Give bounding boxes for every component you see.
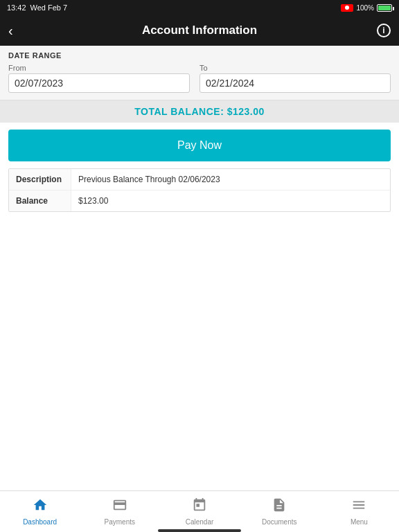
menu-icon xyxy=(351,497,366,516)
from-date-field: From 02/07/2023 xyxy=(8,64,200,93)
back-button[interactable]: ‹ xyxy=(8,23,29,39)
date-range-label: DATE RANGE xyxy=(8,51,391,60)
nav-label-documents: Documents xyxy=(262,518,297,526)
pay-now-button[interactable]: Pay Now xyxy=(8,130,391,161)
nav-item-documents[interactable]: Documents xyxy=(240,494,319,529)
home-indicator xyxy=(158,529,241,532)
description-key: Description xyxy=(9,169,71,190)
date-range-section: DATE RANGE From 02/07/2023 To 02/21/2024 xyxy=(0,46,399,100)
page-title: Account Information xyxy=(29,24,370,37)
total-balance-text: TOTAL BALANCE: $123.00 xyxy=(134,106,265,117)
nav-label-dashboard: Dashboard xyxy=(23,518,57,526)
table-row: Balance $123.00 xyxy=(9,190,390,211)
from-label: From xyxy=(8,64,200,72)
info-button[interactable]: i xyxy=(370,24,391,37)
total-balance-bar: TOTAL BALANCE: $123.00 xyxy=(0,100,399,123)
status-bar: 13:42 Wed Feb 7 100% xyxy=(0,0,399,15)
table-row: Description Previous Balance Through 02/… xyxy=(9,169,390,190)
to-label: To xyxy=(200,64,391,72)
date-display: Wed Feb 7 xyxy=(30,3,68,12)
dashboard-icon xyxy=(33,497,48,516)
date-row: From 02/07/2023 To 02/21/2024 xyxy=(8,64,391,93)
nav-item-calendar[interactable]: Calendar xyxy=(159,494,239,529)
calendar-icon xyxy=(192,497,207,516)
documents-icon xyxy=(272,497,287,516)
time-display: 13:42 xyxy=(7,3,26,12)
nav-label-menu: Menu xyxy=(351,518,368,526)
description-value: Previous Balance Through 02/06/2023 xyxy=(71,169,390,190)
account-details-table: Description Previous Balance Through 02/… xyxy=(8,168,391,212)
nav-item-payments[interactable]: Payments xyxy=(80,494,159,529)
record-indicator xyxy=(341,4,353,12)
info-icon: i xyxy=(377,24,391,37)
balance-value: $123.00 xyxy=(71,190,390,211)
battery-icon xyxy=(377,4,392,12)
from-date-value[interactable]: 02/07/2023 xyxy=(8,73,190,93)
nav-label-payments: Payments xyxy=(105,518,135,526)
payments-icon xyxy=(112,497,127,516)
nav-label-calendar: Calendar xyxy=(186,518,214,526)
to-date-value[interactable]: 02/21/2024 xyxy=(200,73,391,93)
to-date-field: To 02/21/2024 xyxy=(200,64,391,93)
balance-key: Balance xyxy=(9,190,71,211)
battery-percent: 100% xyxy=(356,4,374,12)
nav-item-menu[interactable]: Menu xyxy=(319,494,399,529)
header: ‹ Account Information i xyxy=(0,15,399,46)
nav-item-dashboard[interactable]: Dashboard xyxy=(0,494,80,529)
bottom-navigation: Dashboard Payments Calendar Documents xyxy=(0,490,399,532)
